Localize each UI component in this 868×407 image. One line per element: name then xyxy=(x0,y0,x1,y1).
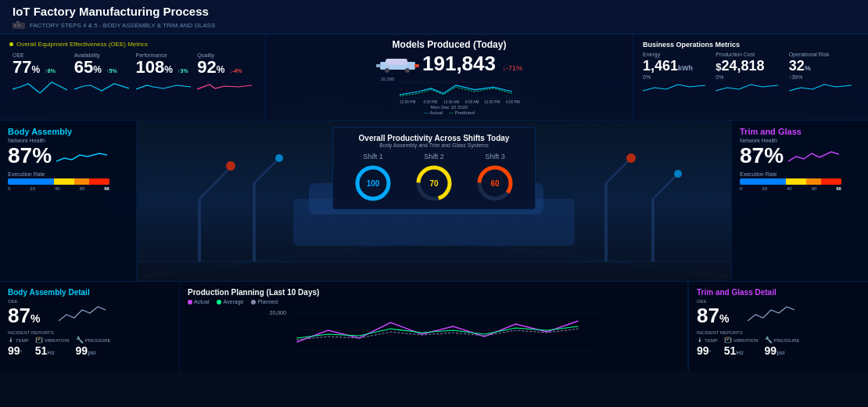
oee-title: Overall Equipment Effectiveness (OEE) Me… xyxy=(9,41,256,48)
detail-metric-1: 📳 VIBRATION 51Hz xyxy=(35,337,70,358)
dm-icon-1: 📳 xyxy=(35,337,43,344)
svg-text:6:00 AM: 6:00 AM xyxy=(465,100,479,104)
legend-dot-1 xyxy=(217,300,221,304)
biz-metric-0: Energy 1,461kWh 0% xyxy=(643,52,712,97)
oee-metric-availability: Availability 65% ↑5% xyxy=(71,51,133,98)
bottom-section: Body Assembly Detail OEE 87% INCIDENT RE… xyxy=(0,281,868,371)
svg-point-22 xyxy=(226,161,235,171)
svg-line-35 xyxy=(434,238,731,277)
detail-metric-1: 📳 VIBRATION 51Hz xyxy=(724,337,759,358)
dm-icon-2: 🔧 xyxy=(76,337,84,344)
tg-detail-sparkline xyxy=(748,299,794,326)
oee-value-2: 108% ↑3% xyxy=(136,59,192,76)
biz-sparkline-2 xyxy=(789,80,852,94)
top-metrics-section: Overall Equipment Effectiveness (OEE) Me… xyxy=(0,34,868,121)
detail-metric-2: 🔧 PRESSURE 99psi xyxy=(765,337,800,358)
biz-metric-1: Production Cost $24,818 0% xyxy=(716,52,785,97)
header: IoT Factory Manufacturing Process FACTOR… xyxy=(0,0,868,34)
svg-text:6:00 PM: 6:00 PM xyxy=(506,100,520,104)
svg-rect-5 xyxy=(386,59,407,65)
svg-rect-9 xyxy=(414,64,419,67)
dm-value-1: 51Hz xyxy=(724,344,759,358)
svg-line-34 xyxy=(137,238,434,277)
oee-dot xyxy=(9,42,13,46)
svg-point-33 xyxy=(674,170,682,178)
oee-metric-quality: Quality 92% ↓-4% xyxy=(194,51,256,98)
legend-label-1: Average xyxy=(223,299,243,304)
oee-metric-performance: Performance 108% ↑3% xyxy=(133,51,195,98)
shifts-row: Shift 1 100 Shift 2 70 Shift 3 60 xyxy=(343,153,525,203)
biz-change-0: 0% xyxy=(643,74,712,80)
tg-incident-label: INCIDENT REPORTS xyxy=(697,330,743,335)
trim-glass-marker: 96 xyxy=(836,186,841,191)
business-title: Business Operations Metrics xyxy=(643,41,859,49)
body-assembly-title: Body Assembly xyxy=(8,127,128,136)
tg-oee-value: 87% xyxy=(697,304,743,328)
svg-text:10,200: 10,200 xyxy=(381,77,394,81)
dm-icon-2: 🔧 xyxy=(765,337,773,344)
production-value: 191,843 xyxy=(422,52,496,75)
svg-line-32 xyxy=(653,175,676,199)
oee-value-0: 77% ↑8% xyxy=(13,59,68,76)
svg-point-25 xyxy=(275,154,283,162)
dm-value-2: 99psi xyxy=(76,344,111,358)
ba-detail-sparkline xyxy=(59,299,106,326)
trim-glass-title: Trim and Glass xyxy=(740,127,860,136)
shift-label-0: Shift 1 xyxy=(363,153,383,160)
svg-rect-3 xyxy=(16,21,20,23)
body-assembly-panel: Body Assembly Network Health 87% Executi… xyxy=(0,121,137,281)
trim-glass-sparkline xyxy=(788,147,839,164)
detail-metric-0: 🌡 TEMP 99° xyxy=(8,337,29,358)
svg-line-24 xyxy=(254,160,278,183)
svg-point-7 xyxy=(405,68,410,73)
oee-change-1: ↑5% xyxy=(106,68,117,74)
svg-line-21 xyxy=(199,167,231,199)
ba-incident-label: INCIDENT REPORTS xyxy=(8,330,54,335)
biz-value-1: $24,818 xyxy=(716,58,785,74)
planning-section: Production Planning (Last 10 Days) Actua… xyxy=(180,282,688,371)
legend-item-0: Actual xyxy=(188,299,209,304)
planning-title: Production Planning (Last 10 Days) xyxy=(188,288,680,297)
shift-donut-1: 70 xyxy=(414,164,454,203)
svg-text:12:00 PM: 12:00 PM xyxy=(400,100,416,104)
shift-donut-2: 60 xyxy=(475,164,515,203)
shift-label-1: Shift 2 xyxy=(424,153,444,160)
oee-change-3: ↓-4% xyxy=(230,68,242,74)
biz-sparkline-1 xyxy=(716,80,778,94)
svg-text:100: 100 xyxy=(367,179,380,188)
shift-1: Shift 1 100 xyxy=(353,153,393,203)
legend-label-2: Planned xyxy=(257,299,278,304)
oee-sparkline-2 xyxy=(136,77,191,93)
dm-label-0: 🌡 TEMP xyxy=(697,337,718,344)
svg-text:12:00 PM: 12:00 PM xyxy=(484,100,500,104)
body-assembly-detail: Body Assembly Detail OEE 87% INCIDENT RE… xyxy=(0,282,180,371)
detail-metric-2: 🔧 PRESSURE 99psi xyxy=(76,337,111,358)
body-assembly-detail-oee: OEE 87% INCIDENT REPORTS xyxy=(8,299,171,335)
svg-text:6:00 PM: 6:00 PM xyxy=(423,100,437,104)
body-assembly-progress-bar xyxy=(8,178,109,185)
svg-text:20,000: 20,000 xyxy=(270,310,287,315)
page-title: IoT Factory Manufacturing Process xyxy=(13,5,855,18)
productivity-title: Overall Productivity Across Shifts Today xyxy=(343,134,525,142)
dm-value-0: 99° xyxy=(697,344,718,358)
body-assembly-scale: 0204060 96 xyxy=(8,186,109,191)
oee-sparkline-3 xyxy=(197,77,252,93)
oee-section: Overall Equipment Effectiveness (OEE) Me… xyxy=(0,34,266,120)
shift-3: Shift 3 60 xyxy=(475,153,515,203)
dm-value-2: 99psi xyxy=(765,344,800,358)
trim-glass-progress-bar xyxy=(740,178,841,185)
dm-label-1: 📳 VIBRATION xyxy=(35,337,70,344)
planning-chart: 20,000 xyxy=(188,307,680,354)
svg-point-6 xyxy=(385,68,389,73)
production-chart: 10,200 12:00 PM 6:00 PM 12:00 AM 6:00 AM… xyxy=(364,76,536,104)
svg-text:60: 60 xyxy=(490,179,500,188)
svg-line-29 xyxy=(606,160,629,183)
legend-item-1: Average xyxy=(217,299,243,304)
planning-legend: ActualAveragePlanned xyxy=(188,299,680,304)
legend-item-2: Planned xyxy=(251,299,278,304)
dm-label-1: 📳 VIBRATION xyxy=(724,337,759,344)
car-icon xyxy=(376,56,419,73)
shift-donut-0: 100 xyxy=(353,164,393,203)
svg-rect-1 xyxy=(14,24,16,27)
biz-metric-2: Operational Risk 32% ↑39% xyxy=(789,52,859,97)
